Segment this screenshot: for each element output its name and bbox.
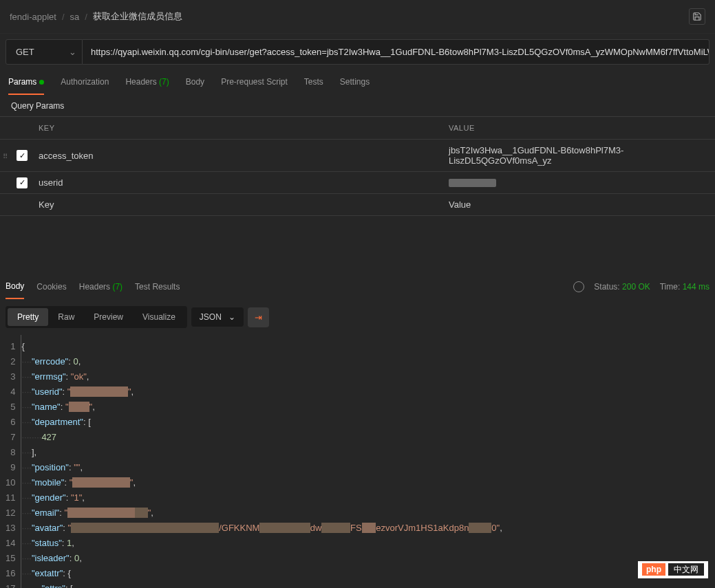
tab-headers[interactable]: Headers (7) <box>125 70 169 95</box>
code-lines: { ····"errcode": 0, ····"errmsg": "ok", … <box>21 335 715 588</box>
line-gutter: 1234567891011121314151617 <box>0 335 21 588</box>
view-controls: Pretty Raw Preview Visualize JSON⌄ ⇥ <box>0 299 715 335</box>
request-bar: GET ⌄ https://qyapi.weixin.qq.com/cgi-bi… <box>0 34 715 70</box>
table-row[interactable]: ⠿ ✓ access_token jbsT2Iw3Hwa__1GudFDNL-B… <box>0 140 715 172</box>
watermark-cn: 中文网 <box>668 563 704 576</box>
param-key[interactable]: userid <box>30 172 440 194</box>
view-segment: Pretty Raw Preview Visualize <box>6 306 187 328</box>
globe-icon[interactable] <box>573 281 584 292</box>
tab-params[interactable]: Params <box>8 70 44 95</box>
table-row-empty[interactable]: Key Value <box>0 194 715 216</box>
chevron-down-icon: ⌄ <box>228 312 235 322</box>
wrap-button[interactable]: ⇥ <box>248 307 269 327</box>
status-value: 200 OK <box>622 282 650 292</box>
crumb-c: 获取企业微信成员信息 <box>93 10 182 23</box>
param-value[interactable]: __________ <box>440 172 715 194</box>
table-header: KEY VALUE <box>0 117 715 140</box>
breadcrumb: fendi-applet / sa / 获取企业微信成员信息 <box>0 0 715 34</box>
crumb-a[interactable]: fendi-applet <box>10 12 56 22</box>
col-value: VALUE <box>440 117 715 140</box>
view-pretty[interactable]: Pretty <box>8 308 48 326</box>
response-tabs: Body Cookies Headers (7) Test Results St… <box>0 274 715 299</box>
tab-prerequest[interactable]: Pre-request Script <box>221 70 288 95</box>
row-checkbox[interactable]: ✓ <box>17 150 28 161</box>
view-raw[interactable]: Raw <box>48 308 84 326</box>
request-tabs: Params Authorization Headers (7) Body Pr… <box>0 70 715 95</box>
key-placeholder[interactable]: Key <box>30 194 440 216</box>
chevron-down-icon: ⌄ <box>69 47 76 57</box>
watermark-php: php <box>642 563 665 576</box>
method-label: GET <box>16 47 34 57</box>
param-key[interactable]: access_token <box>30 140 440 172</box>
view-visualize[interactable]: Visualize <box>133 308 185 326</box>
time-value: 144 ms <box>683 282 709 292</box>
url-input[interactable]: https://qyapi.weixin.qq.com/cgi-bin/user… <box>83 39 709 65</box>
view-preview[interactable]: Preview <box>84 308 133 326</box>
response-body[interactable]: 1234567891011121314151617 { ····"errcode… <box>0 335 715 588</box>
resp-tab-cookies[interactable]: Cookies <box>36 275 66 298</box>
drag-handle-icon[interactable]: ⠿ <box>3 153 8 160</box>
row-checkbox[interactable]: ✓ <box>17 177 28 188</box>
response-stats: Status: 200 OK Time: 144 ms <box>573 281 709 292</box>
crumb-b[interactable]: sa <box>70 12 80 22</box>
params-table: KEY VALUE ⠿ ✓ access_token jbsT2Iw3Hwa__… <box>0 116 715 216</box>
resp-tab-body[interactable]: Body <box>6 274 24 299</box>
format-select[interactable]: JSON⌄ <box>191 307 244 327</box>
subtab-query-params: Query Params <box>11 101 64 111</box>
save-icon <box>692 12 702 21</box>
response-area: Body Cookies Headers (7) Test Results St… <box>0 274 715 588</box>
subtab: Query Params <box>0 95 715 116</box>
resp-tab-test[interactable]: Test Results <box>135 275 180 298</box>
value-placeholder[interactable]: Value <box>440 194 715 216</box>
tab-tests[interactable]: Tests <box>304 70 323 95</box>
sep: / <box>85 12 87 22</box>
tab-settings[interactable]: Settings <box>340 70 370 95</box>
resp-tab-headers[interactable]: Headers (7) <box>79 275 122 298</box>
sep: / <box>62 12 65 22</box>
col-key: KEY <box>30 117 440 140</box>
table-row[interactable]: ✓ userid __________ <box>0 172 715 194</box>
method-select[interactable]: GET ⌄ <box>6 39 83 65</box>
active-dot-icon <box>39 80 44 85</box>
param-value[interactable]: jbsT2Iw3Hwa__1GudFDNL-B6tow8hPl7M3-LiszD… <box>440 140 715 172</box>
tab-body[interactable]: Body <box>186 70 204 95</box>
tab-authorization[interactable]: Authorization <box>61 70 109 95</box>
save-button[interactable] <box>689 8 705 25</box>
watermark: php中文网 <box>638 561 708 578</box>
